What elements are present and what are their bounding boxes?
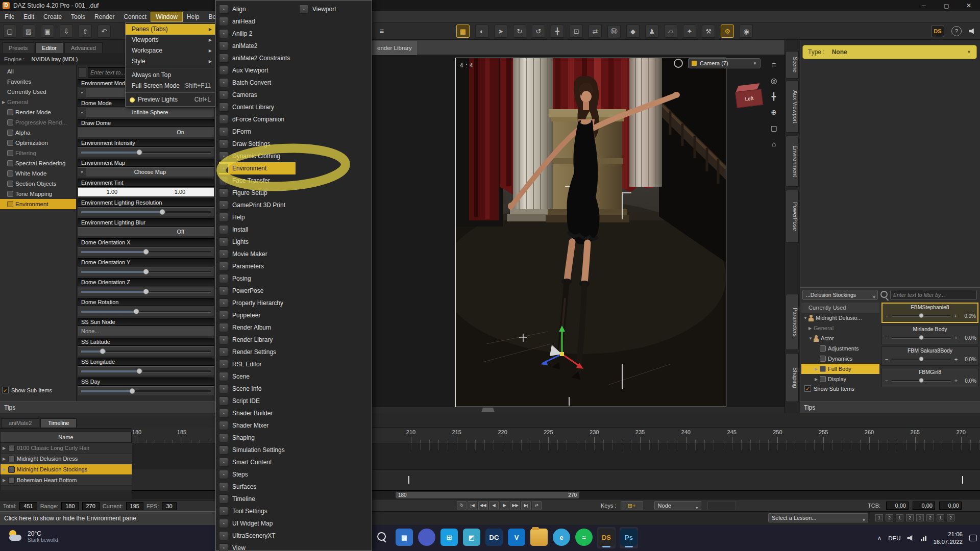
transform-tool-icon[interactable]: ⇄ <box>589 24 602 38</box>
rotate-tool-icon[interactable]: ↻ <box>513 24 526 38</box>
slider-value[interactable]: 0.0% <box>961 357 976 362</box>
view-cube-gizmo[interactable]: Left <box>734 83 764 108</box>
tool-settings-icon[interactable]: ⚙ <box>721 24 734 38</box>
decrement-button[interactable] <box>884 335 890 341</box>
import-icon[interactable]: ⇩ <box>60 24 73 38</box>
ss-latitude-slider[interactable] <box>78 346 214 356</box>
minimize-button[interactable]: ─ <box>913 0 935 11</box>
window-menu-item[interactable]: Always on Top <box>126 70 215 81</box>
slider-track[interactable] <box>892 380 951 382</box>
environment-lighting-blur-toggle[interactable]: Off <box>78 227 214 237</box>
window-menu-item[interactable]: Style ▶ <box>126 56 215 68</box>
parameters-tree-item[interactable]: Adjustments <box>801 343 879 354</box>
spinner-box[interactable]: 2 <box>947 514 954 521</box>
menubar-item[interactable]: File <box>0 12 19 21</box>
surface-selection-tool-icon[interactable]: Ⓜ <box>607 25 621 38</box>
dome-orientation-z-slider[interactable] <box>78 287 214 296</box>
panes-submenu-item[interactable]: Scene <box>219 370 296 383</box>
decrement-button[interactable] <box>884 313 890 319</box>
spot-render-tool-icon[interactable]: ✦ <box>683 24 696 38</box>
translate-tool-icon[interactable]: ╋ <box>551 24 564 38</box>
taskbar-vscode-icon[interactable]: V <box>507 527 526 548</box>
slider-value[interactable]: 0.0% <box>961 378 976 384</box>
window-menu-item[interactable]: Full Screen Mode Shift+F11 <box>126 81 215 93</box>
export-icon[interactable]: ⇧ <box>79 24 92 38</box>
transport-button[interactable]: ▶| <box>521 501 531 510</box>
render-settings-group[interactable]: General <box>0 97 76 107</box>
panes-submenu-item[interactable]: Cameras <box>219 89 296 101</box>
render-settings-group[interactable]: Tone Mapping <box>0 189 76 199</box>
open-file-icon[interactable]: ▨ <box>22 24 35 38</box>
parameters-preset-dropdown[interactable]: ...Delusion Stockings <box>802 290 878 300</box>
compass-icon[interactable] <box>674 59 683 68</box>
tab-environment[interactable]: Environment <box>786 136 799 187</box>
orbit-icon[interactable]: ◎ <box>768 74 780 87</box>
panes-submenu-item[interactable]: Render Album <box>219 321 296 334</box>
fix-tool-icon[interactable]: ⚒ <box>702 24 715 38</box>
taskbar-photoshop-icon[interactable]: Ps <box>620 527 638 548</box>
window-menu-item[interactable]: Workspace ▶ <box>126 45 215 56</box>
panes-submenu-item[interactable]: Smart Content <box>219 456 296 468</box>
spinner-box[interactable]: 1 <box>937 514 944 521</box>
render-settings-tab[interactable]: Advanced <box>64 42 103 53</box>
pane-menu-icon[interactable]: ≡ <box>375 24 388 38</box>
node-dropdown[interactable]: Node <box>654 501 701 510</box>
tab-render-library[interactable]: ender Library <box>372 41 417 55</box>
ss-day-slider[interactable] <box>78 386 214 396</box>
increment-button[interactable] <box>952 313 959 319</box>
tab-aux-viewport[interactable]: Aux Viewport <box>786 81 799 133</box>
render-settings-group[interactable]: Favorites <box>0 77 76 87</box>
panes-submenu-item[interactable]: Dynamic Clothing <box>219 150 296 162</box>
track-band[interactable] <box>372 469 980 490</box>
add-key-button[interactable]: ⊞+ <box>621 501 643 510</box>
timeline-track-row[interactable]: Bohemian Heart Bottom <box>1 475 132 486</box>
increment-button[interactable] <box>953 378 959 384</box>
panes-submenu-item[interactable]: Script IDE <box>219 395 296 407</box>
window-menu-item[interactable]: Preview Lights Ctrl+L <box>126 94 215 105</box>
clock[interactable]: 21:06 16.07.2022 <box>933 531 963 546</box>
dome-mode-dropdown[interactable]: Infinite Sphere <box>78 108 214 117</box>
panes-submenu-item[interactable]: Shader Builder <box>219 407 296 419</box>
pan-icon[interactable]: ╋ <box>768 90 780 103</box>
timeline-scroll-thumb[interactable]: 180 270 <box>396 492 579 498</box>
panes-submenu-item[interactable]: Shader Mixer <box>219 419 296 432</box>
render-settings-tab[interactable]: Presets <box>2 42 34 53</box>
environment-intensity-slider[interactable] <box>78 147 214 157</box>
slider-track[interactable] <box>892 337 951 339</box>
panes-submenu-item[interactable]: Anilip 2 <box>219 28 296 40</box>
keyframe-band[interactable] <box>372 443 980 469</box>
panes-submenu-item[interactable]: Simulation Settings <box>219 444 296 456</box>
viewport-canvas[interactable]: 4 : 4 Camera (7) ▼ ≡◎╋⊕▢⌂ Left <box>372 55 785 407</box>
spinner-box[interactable]: 2 <box>926 514 934 521</box>
panes-submenu-item[interactable]: UI Widget Map <box>219 517 296 530</box>
panes-submenu-item[interactable]: Face Transfer <box>219 174 296 187</box>
panes-submenu-item[interactable]: Environment <box>219 162 296 174</box>
slider-value[interactable]: 0.0% <box>961 335 976 341</box>
engine-value[interactable]: NVIDIA Iray (MDL) <box>31 56 78 62</box>
panes-submenu-item[interactable]: Render Library <box>219 334 296 346</box>
help-icon[interactable]: ? <box>951 26 962 36</box>
panes-submenu-item[interactable]: Timeline <box>219 493 296 505</box>
spinner-box[interactable]: 1 <box>875 514 883 521</box>
panes-submenu-item[interactable]: UltraSceneryXT <box>219 530 296 542</box>
taskbar-store-icon[interactable]: ⊞ <box>440 527 458 548</box>
panes-submenu-item[interactable]: Content Library <box>219 101 296 113</box>
increment-button[interactable] <box>953 335 959 341</box>
menubar-item[interactable]: Window <box>151 12 182 21</box>
taskbar-daz-studio-icon[interactable]: DS <box>597 527 616 548</box>
taskbar-search-icon[interactable] <box>373 527 391 548</box>
save-icon[interactable]: ▣ <box>41 24 54 38</box>
dome-orientation-x-slider[interactable] <box>78 247 214 257</box>
panes-submenu-item[interactable]: Scene Info <box>219 383 296 395</box>
panes-submenu-item[interactable]: Surfaces <box>219 481 296 493</box>
environment-pane-toggle-hint[interactable]: Click here to show or hide the Environme… <box>0 511 215 525</box>
slider-thumb[interactable] <box>919 313 924 318</box>
undo-icon[interactable]: ↶ <box>97 24 111 38</box>
parameters-tree-item[interactable]: Full Body <box>801 364 879 374</box>
render-settings-group[interactable]: Alpha <box>0 128 76 138</box>
slider-track[interactable] <box>892 315 950 317</box>
render-settings-group[interactable]: Progressive Rend... <box>0 117 76 128</box>
maximize-button[interactable]: ▢ <box>935 0 958 11</box>
parameters-tree-item[interactable]: Display <box>801 374 879 384</box>
timeline-track-row[interactable]: Midnight Delusion Dress <box>1 454 132 464</box>
